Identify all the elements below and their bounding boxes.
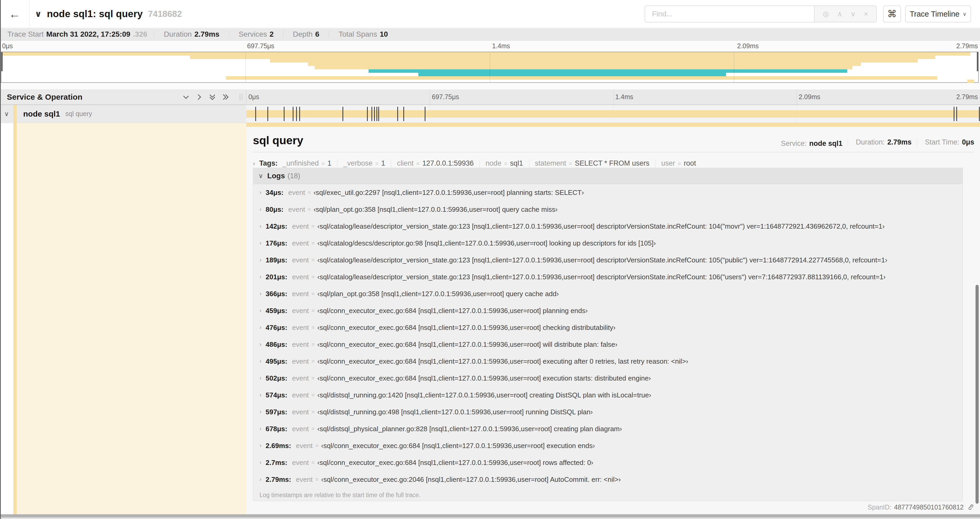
log-entry-row[interactable]: › 678μs: event = ‹sql/distsql_physical_p… <box>253 420 963 437</box>
timeline-tick-label: 0μs <box>246 93 261 101</box>
log-entry-row[interactable]: › 189μs: event = ‹sql/catalog/lease/desc… <box>253 252 963 268</box>
logs-footnote: Log timestamps are relative to the start… <box>253 488 963 499</box>
minimap-gridline <box>245 52 246 82</box>
log-entry-row[interactable]: › 2.79ms: event = ‹sql/conn_executor_exe… <box>253 471 963 488</box>
log-timestamp: 2.79ms: <box>266 476 291 484</box>
log-timestamp: 34μs: <box>266 188 283 197</box>
equals-sign: = <box>308 189 311 196</box>
log-timestamp: 597μs: <box>266 408 287 416</box>
service-operation-header: Service & Operation <box>0 89 246 105</box>
bottom-edge <box>0 517 980 519</box>
minimap-right-scrub-handle[interactable] <box>977 52 978 71</box>
chevron-right-icon: › <box>259 223 261 230</box>
log-marker-tick <box>954 107 955 121</box>
log-marker-tick <box>403 107 404 121</box>
span-row-name-cell[interactable]: ∨ node sql1 sql query <box>0 105 246 123</box>
equals-sign: = <box>312 324 315 331</box>
trace-id: 7418682 <box>148 9 182 19</box>
chevron-right-icon: › <box>259 206 261 213</box>
minimap-left-scrub-handle[interactable] <box>1 52 3 71</box>
summary-label: Trace Start <box>7 30 43 38</box>
log-entry-row[interactable]: › 597μs: event = ‹sql/distsql_running.go… <box>253 404 963 420</box>
chevron-up-icon[interactable]: ∧ <box>837 10 843 18</box>
service-operation-title: Service & Operation <box>7 93 182 102</box>
chevron-right-icon: › <box>259 358 261 365</box>
view-selector-button[interactable]: Trace Timeline ∨ <box>905 6 971 22</box>
log-marker-tick <box>367 107 368 121</box>
tag-value: root <box>684 159 696 168</box>
tags-accordion[interactable]: › Tags: _unfinished = 1 _verbose = <box>253 159 696 168</box>
log-timestamp: 495μs: <box>266 357 287 366</box>
log-entry-row[interactable]: › 486μs: event = ‹sql/conn_executor_exec… <box>253 336 963 353</box>
equals-sign: = <box>504 160 508 167</box>
log-entry-row[interactable]: › 574μs: event = ‹sql/distsql_running.go… <box>253 386 963 404</box>
log-marker-tick <box>296 107 297 121</box>
log-entry-row[interactable]: › 366μs: event = ‹sql/plan_opt.go:358 [n… <box>253 285 963 302</box>
span-row-timeline-cell[interactable] <box>246 105 980 123</box>
summary-label: Total Spans <box>339 30 377 38</box>
collapse-all-icon[interactable] <box>208 93 216 101</box>
locate-icon[interactable]: ◎ <box>823 10 829 18</box>
collapse-trace-icon[interactable]: ∨ <box>35 9 41 19</box>
log-entry-row[interactable]: › 80μs: event = ‹sql/plan_opt.go:358 [ns… <box>253 201 963 218</box>
chevron-down-icon[interactable]: ∨ <box>850 10 856 18</box>
window-left-edge <box>0 0 1 519</box>
summary-value-fraction: .326 <box>133 30 148 38</box>
vertical-scrollbar[interactable] <box>975 285 979 504</box>
find-input[interactable]: Find... <box>644 6 815 22</box>
log-entry-row[interactable]: › 2.7ms: event = ‹sql/conn_executor_exec… <box>253 454 963 471</box>
log-entry-row[interactable]: › 459μs: event = ‹sql/conn_executor_exec… <box>253 302 963 319</box>
span-id-row: SpanID: 4877749850101760812 <box>867 503 974 511</box>
log-timestamp: 2.7ms: <box>266 458 287 467</box>
log-entry-row[interactable]: › 476μs: event = ‹sql/conn_executor_exec… <box>253 319 963 336</box>
tag-key: _unfinished <box>282 159 319 168</box>
log-entry-row[interactable]: › 142μs: event = ‹sql/catalog/lease/desc… <box>253 218 963 235</box>
back-button[interactable]: ← <box>0 0 30 28</box>
chevron-right-icon: › <box>259 341 261 348</box>
log-marker-tick <box>377 107 377 121</box>
column-resize-grip[interactable] <box>240 94 242 101</box>
log-entry-row[interactable]: › 201μs: event = ‹sql/catalog/lease/desc… <box>253 268 963 285</box>
log-field-value: ‹sql/catalog/lease/descriptor_version_st… <box>317 222 885 230</box>
log-entry-row[interactable]: › 34μs: event = ‹sql/exec_util.go:2297 [… <box>253 184 963 201</box>
timeline-tick-label: 2.09ms <box>797 93 822 101</box>
span-color-stripe <box>13 123 17 514</box>
logs-header[interactable]: ∨ Logs (18) <box>253 168 963 184</box>
minimap-canvas[interactable] <box>1 52 979 83</box>
summary-label: Duration <box>164 30 192 38</box>
log-entry-row[interactable]: › 2.69ms: event = ‹sql/conn_executor_exe… <box>253 437 963 454</box>
close-icon[interactable]: × <box>864 10 868 18</box>
log-entry-row[interactable]: › 176μs: event = ‹sql/catalog/descs/desc… <box>253 235 963 252</box>
chevron-down-icon[interactable]: ∨ <box>0 110 13 118</box>
tag-key: user <box>661 159 675 168</box>
keyboard-shortcuts-button[interactable]: ⌘ <box>883 6 901 22</box>
detail-stat-label: Duration: <box>856 138 885 146</box>
detail-span-bar <box>246 123 980 127</box>
minimap-tick-label: 0μs <box>0 42 15 50</box>
expand-one-icon[interactable] <box>196 93 203 101</box>
expand-all-icon[interactable] <box>222 93 229 101</box>
collapse-one-icon[interactable] <box>182 93 190 101</box>
link-icon[interactable] <box>966 503 974 511</box>
log-marker-tick <box>284 107 285 121</box>
log-field-key: event <box>292 357 309 366</box>
timeline-header-row: Service & Operation 0μs 697.75μs 1.4ms <box>0 89 980 105</box>
timeline-tick-label: 1.4ms <box>613 93 635 101</box>
span-duration-bar[interactable] <box>246 110 980 118</box>
log-field-value: ‹sql/distsql_physical_planner.go:828 [ns… <box>317 425 622 433</box>
log-field-key: event <box>292 340 309 349</box>
detail-stat: Duration: 2.79ms <box>843 138 912 146</box>
span-row: ∨ node sql1 sql query <box>0 105 980 123</box>
tag-value: 127.0.0.1:59936 <box>422 159 474 168</box>
tag-item: user = root <box>649 159 696 168</box>
log-timestamp: 142μs: <box>266 222 287 230</box>
log-entry-row[interactable]: › 502μs: event = ‹sql/conn_executor_exec… <box>253 370 963 386</box>
log-field-value: ‹sql/conn_executor_exec.go:684 [nsql1,cl… <box>317 340 617 349</box>
timeline-tick-label: 2.79ms <box>954 93 980 101</box>
log-timestamp: 80μs: <box>266 206 283 214</box>
log-entry-row[interactable]: › 495μs: event = ‹sql/conn_executor_exec… <box>253 353 963 370</box>
equals-sign: = <box>308 206 311 212</box>
summary-item: Services 2 <box>222 30 276 38</box>
minimap-span-bar <box>418 73 726 76</box>
log-timestamp: 201μs: <box>266 273 287 281</box>
